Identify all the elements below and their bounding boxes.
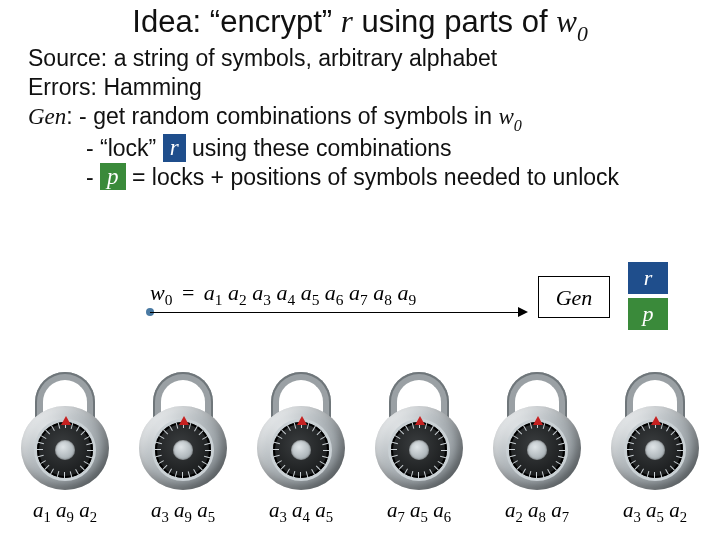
weq-sub: 1 — [215, 291, 223, 308]
dial-center-icon — [291, 440, 311, 460]
caption-a: a — [174, 498, 185, 522]
gen-line2-b: using these combinations — [186, 135, 452, 161]
caption-a: a — [669, 498, 680, 522]
caption-a: a — [623, 498, 634, 522]
lock-caption: a3 a4 a5 — [246, 498, 356, 526]
w-equation: w0 = a1 a2 a3 a4 a5 a6 a7 a8 a9 — [150, 280, 416, 309]
weq-sub: 5 — [312, 291, 320, 308]
dial-pointer-icon — [651, 416, 661, 425]
caption-a: a — [292, 498, 303, 522]
padlock-icon — [373, 372, 465, 492]
caption-sub: 5 — [657, 509, 664, 525]
padlock-icon — [609, 372, 701, 492]
caption-sub: 5 — [326, 509, 333, 525]
dial-center-icon — [173, 440, 193, 460]
weq-wsub: 0 — [165, 291, 173, 308]
caption-sub: 5 — [208, 509, 215, 525]
caption-sub: 5 — [421, 509, 428, 525]
gen-line1-wsub: 0 — [514, 117, 522, 134]
dial-pointer-icon — [61, 416, 71, 425]
lock-caption: a2 a8 a7 — [482, 498, 592, 526]
title-var-w-sub: 0 — [577, 22, 588, 46]
weq-a: a — [397, 280, 408, 305]
caption-sub: 3 — [161, 509, 168, 525]
lock-caption: a7 a5 a6 — [364, 498, 474, 526]
var-p-box: p — [100, 163, 126, 190]
caption-sub: 4 — [303, 509, 310, 525]
output-r-cell: r — [628, 262, 668, 294]
caption-sub: 2 — [680, 509, 687, 525]
lock-caption: a3 a9 a5 — [128, 498, 238, 526]
caption-a: a — [269, 498, 280, 522]
padlock-icon — [255, 372, 347, 492]
desc-gen-line3: - p = locks + positions of symbols neede… — [28, 163, 698, 192]
caption-sub: 3 — [279, 509, 286, 525]
weq-sub: 6 — [336, 291, 344, 308]
caption-sub: 8 — [539, 509, 546, 525]
gen-line2-a: - “lock” — [86, 135, 163, 161]
gen-function-box: Gen — [538, 276, 610, 318]
dial-center-icon — [409, 440, 429, 460]
desc-gen-line1: Gen: - get random combinations of symbol… — [28, 102, 698, 135]
gen-line1-w: w — [498, 104, 513, 129]
lock-slot-3: a3 a4 a5 — [246, 372, 356, 526]
description-block: Source: a string of symbols, arbitrary a… — [28, 44, 698, 192]
padlock-icon — [19, 372, 111, 492]
output-rp-stack: r p — [628, 262, 668, 334]
padlock-icon — [137, 372, 229, 492]
caption-a: a — [33, 498, 44, 522]
caption-a: a — [410, 498, 421, 522]
weq-eq: = — [178, 280, 198, 305]
gen-label: Gen — [28, 104, 66, 129]
weq-a: a — [325, 280, 336, 305]
caption-sub: 7 — [397, 509, 404, 525]
lock-slot-1: a1 a9 a2 — [10, 372, 120, 526]
lock-slot-6: a3 a5 a2 — [600, 372, 710, 526]
caption-a: a — [151, 498, 162, 522]
caption-a: a — [646, 498, 657, 522]
weq-sub: 8 — [384, 291, 392, 308]
title-var-r: r — [341, 4, 353, 39]
arrow-line — [150, 312, 520, 313]
weq-sub: 9 — [408, 291, 416, 308]
arrow-head-icon — [518, 307, 528, 317]
weq-a: a — [228, 280, 239, 305]
dial-center-icon — [55, 440, 75, 460]
weq-sub: 3 — [263, 291, 271, 308]
caption-a: a — [315, 498, 326, 522]
dial-center-icon — [527, 440, 547, 460]
caption-sub: 9 — [67, 509, 74, 525]
caption-sub: 2 — [90, 509, 97, 525]
var-r-box: r — [163, 134, 186, 161]
desc-errors: Errors: Hamming — [28, 73, 698, 102]
dial-pointer-icon — [179, 416, 189, 425]
weq-a: a — [349, 280, 360, 305]
lock-caption: a1 a9 a2 — [10, 498, 120, 526]
lock-slot-2: a3 a9 a5 — [128, 372, 238, 526]
weq-sub: 2 — [239, 291, 247, 308]
caption-a: a — [197, 498, 208, 522]
caption-a: a — [56, 498, 67, 522]
lock-caption: a3 a5 a2 — [600, 498, 710, 526]
title-mid: using parts of — [353, 4, 556, 39]
weq-a: a — [204, 280, 215, 305]
dial-pointer-icon — [297, 416, 307, 425]
gen-line3-b: = locks + positions of symbols needed to… — [126, 164, 620, 190]
dial-pointer-icon — [415, 416, 425, 425]
weq-w: w — [150, 280, 165, 305]
caption-sub: 7 — [562, 509, 569, 525]
weq-sub: 4 — [287, 291, 295, 308]
caption-a: a — [551, 498, 562, 522]
caption-a: a — [387, 498, 398, 522]
caption-sub: 6 — [444, 509, 451, 525]
caption-sub: 2 — [515, 509, 522, 525]
caption-a: a — [528, 498, 539, 522]
locks-row: a1 a9 a2a3 a9 a5a3 a4 a5a7 a5 a6a2 a8 a7… — [0, 372, 720, 532]
dial-pointer-icon — [533, 416, 543, 425]
caption-sub: 9 — [185, 509, 192, 525]
caption-sub: 3 — [633, 509, 640, 525]
desc-gen-line2: - “lock” r using these combinations — [28, 134, 698, 163]
weq-a: a — [276, 280, 287, 305]
weq-a: a — [373, 280, 384, 305]
weq-sub: 7 — [360, 291, 368, 308]
